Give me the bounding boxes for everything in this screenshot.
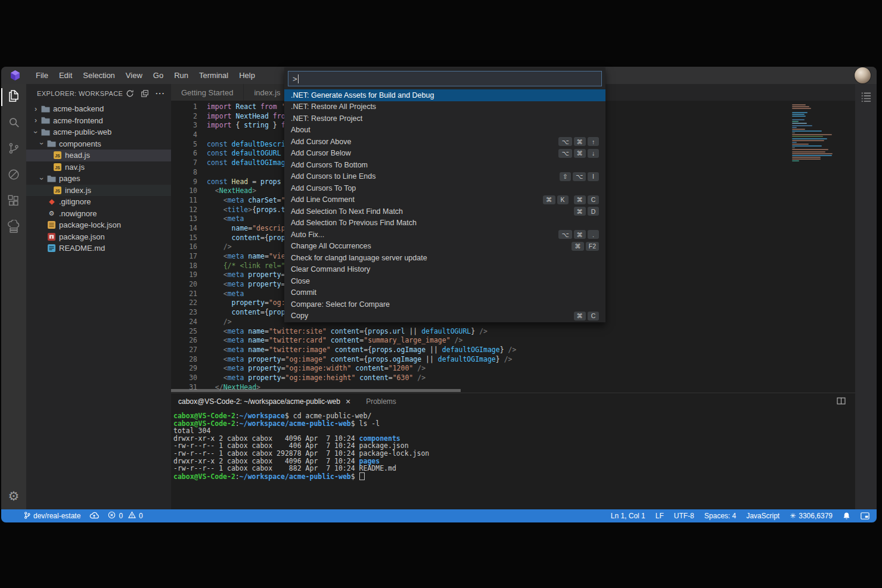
js-file-icon: JS <box>52 186 63 194</box>
menu-file[interactable]: File <box>30 71 54 80</box>
command-palette: > .NET: Generate Assets for Build and De… <box>284 67 605 322</box>
minimap-line <box>792 144 809 145</box>
activity-remote-explorer[interactable] <box>1 215 26 241</box>
command-item[interactable]: Add Cursors to Line Ends⇧⌥I <box>284 171 605 183</box>
branch-name: dev/real-estate <box>33 512 80 520</box>
command-item[interactable]: About <box>284 125 605 136</box>
sync-item[interactable] <box>89 512 99 521</box>
command-item[interactable]: Auto Fix...⌥⌘. <box>284 229 605 241</box>
command-item[interactable]: Add Cursors To Bottom <box>284 159 605 171</box>
settings-gear-icon[interactable]: ⚙ <box>1 483 26 509</box>
command-input[interactable]: > <box>288 71 602 86</box>
status-end-of-line[interactable]: LF <box>656 512 664 520</box>
tree-item-label: acme-backend <box>53 104 104 113</box>
line-number: 26 <box>171 336 207 346</box>
menu-help[interactable]: Help <box>234 71 260 80</box>
command-item[interactable]: Close <box>284 275 605 287</box>
activity-source-control[interactable] <box>1 136 26 163</box>
more-actions-icon[interactable]: ··· <box>156 91 165 96</box>
tree-item-acme-public-web[interactable]: ›acme-public-web <box>26 126 171 138</box>
key-group: ⌘D <box>574 207 600 216</box>
activity-explorer[interactable] <box>1 84 26 110</box>
command-item[interactable]: Check for clangd language server update <box>284 252 605 264</box>
tree-item--gitignore[interactable]: .gitignore <box>26 196 171 208</box>
activity-run-debug[interactable] <box>1 163 26 189</box>
problems-summary[interactable]: 0 0 <box>108 511 142 521</box>
tree-item-pages[interactable]: ›pages <box>26 173 171 185</box>
codeanywhere-logo-icon[interactable] <box>10 70 21 81</box>
tree-item-head-js[interactable]: JShead.js <box>26 150 171 161</box>
tree-item-package-json[interactable]: package.json <box>26 231 171 243</box>
npm-file-icon <box>46 233 57 241</box>
refresh-icon[interactable] <box>126 89 134 98</box>
explorer-header: EXPLORER: WORKSPACE ··· <box>26 84 171 103</box>
keybinding: ⌘K⌘C <box>543 195 599 204</box>
problems-tab[interactable]: Problems <box>366 397 396 406</box>
outline-icon[interactable] <box>861 92 872 104</box>
minimap-line <box>792 123 807 124</box>
menu-terminal[interactable]: Terminal <box>194 71 234 80</box>
command-item[interactable]: Clear Command History <box>284 264 605 276</box>
menu-selection[interactable]: Selection <box>77 71 120 80</box>
split-panel-icon[interactable] <box>837 397 846 406</box>
activity-extensions[interactable] <box>1 189 26 215</box>
menu-go[interactable]: Go <box>148 71 169 80</box>
command-item[interactable]: .NET: Restore Project <box>284 113 605 125</box>
command-item[interactable]: Add Selection To Next Find Match⌘D <box>284 206 605 217</box>
status-language-mode[interactable]: JavaScript <box>746 512 779 520</box>
key-group: ⌘F2 <box>572 242 599 251</box>
user-avatar[interactable] <box>855 67 871 83</box>
command-item[interactable]: Add Line Comment⌘K⌘C <box>284 194 605 206</box>
vscode-window: FileEditSelectionViewGoRunTerminalHelp >… <box>1 67 877 522</box>
command-item[interactable]: Add Cursor Above⌥⌘↑ <box>284 136 605 148</box>
line-number: 30 <box>171 374 207 383</box>
git-branch-item[interactable]: dev/real-estate <box>24 511 80 521</box>
horizontal-scrollbar[interactable] <box>171 389 461 392</box>
menu-run[interactable]: Run <box>169 71 194 80</box>
screencast-icon[interactable] <box>861 512 869 519</box>
status-cursor-position[interactable]: Ln 1, Col 1 <box>611 512 645 520</box>
activity-search[interactable] <box>1 110 26 136</box>
line-number: 11 <box>171 196 207 206</box>
status-indentation[interactable]: Spaces: 4 <box>704 512 736 520</box>
command-label: .NET: Generate Assets for Build and Debu… <box>291 91 434 99</box>
command-item[interactable]: Copy⌘C <box>284 310 605 322</box>
text-caret <box>298 74 299 83</box>
folder-file-icon <box>41 105 51 113</box>
command-item[interactable]: Compare: Select for Compare <box>284 298 605 310</box>
close-icon[interactable]: × <box>346 399 350 405</box>
menu-view[interactable]: View <box>120 71 148 80</box>
command-item[interactable]: Add Cursors To Top <box>284 182 605 194</box>
command-item[interactable]: .NET: Generate Assets for Build and Debu… <box>284 89 605 101</box>
tree-item-readme-md[interactable]: README.md <box>26 242 171 254</box>
tree-item-acme-backend[interactable]: ›acme-backend <box>26 103 171 115</box>
terminal-output[interactable]: cabox@VS-Code-2:~/workspace$ cd acme-pub… <box>171 409 855 480</box>
tree-item-package-lock-json[interactable]: package-lock.json <box>26 219 171 231</box>
tree-item-index-js[interactable]: JSindex.js <box>26 185 171 197</box>
command-item[interactable]: .NET: Restore All Projects <box>284 101 605 113</box>
command-item[interactable]: Add Cursor Below⌥⌘↓ <box>284 148 605 160</box>
command-label: Change All Occurrences <box>291 242 371 250</box>
key-badge: ⌘ <box>574 312 586 321</box>
tree-item-label: package.json <box>59 232 105 241</box>
status-encoding[interactable]: UTF-8 <box>674 512 694 520</box>
command-input-value: > <box>293 74 297 83</box>
tree-item-acme-frontend[interactable]: ›acme-frontend <box>26 115 171 127</box>
command-item[interactable]: Commit <box>284 287 605 299</box>
tree-item-components[interactable]: ›components <box>26 138 171 150</box>
tree-item-label: .gitignore <box>59 197 91 206</box>
status-ports[interactable]: ✳3306,6379 <box>790 512 833 520</box>
line-number: 22 <box>171 298 207 308</box>
tree-item--nowignore[interactable]: ⚙.nowignore <box>26 208 171 220</box>
terminal-tab[interactable]: cabox@VS-Code-2: ~/workspace/acme-public… <box>175 397 354 406</box>
folder-file-icon <box>41 129 51 136</box>
tab-getting-started[interactable]: Getting Started <box>171 84 244 101</box>
tree-item-nav-js[interactable]: JSnav.js <box>26 161 171 173</box>
menu-edit[interactable]: Edit <box>54 71 77 80</box>
notifications-bell-icon[interactable] <box>843 512 850 520</box>
command-item[interactable]: Change All Occurrences⌘F2 <box>284 241 605 253</box>
minimap[interactable] <box>792 104 836 162</box>
collapse-folders-icon[interactable] <box>141 89 149 98</box>
key-badge: I <box>588 172 599 181</box>
command-item[interactable]: Add Selection To Previous Find Match <box>284 217 605 229</box>
